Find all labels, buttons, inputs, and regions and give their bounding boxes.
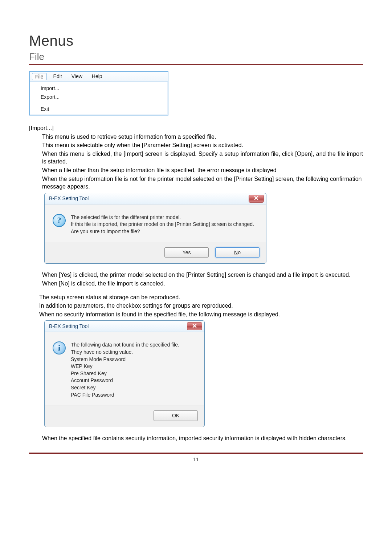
page-title: Menus [29,33,363,49]
ok-button[interactable]: OK [154,410,198,421]
close-button[interactable] [249,195,264,203]
after-info-1: When the specified file contains securit… [42,434,363,442]
close-icon [192,323,197,330]
menubar-screenshot: File Edit View Help Import... Export... … [29,71,168,116]
import-heading: [Import...] [29,124,363,132]
import-desc-2: This menu is selectable only when the [P… [42,141,363,149]
footer-divider [29,453,363,454]
info-icon: i [53,341,66,355]
mid-text-2: In addition to parameters, the checkbox … [39,302,363,310]
page-number: 11 [29,457,363,462]
info-line-4: WEP Key [71,363,179,370]
menu-exit[interactable]: Exit [30,105,168,113]
import-desc-4: When a file other than the setup informa… [42,166,363,174]
file-dropdown: Import... Export... Exit [30,82,168,115]
dialog2-titlebar: B-EX Setting Tool [45,321,204,332]
after-confirm-1: When [Yes] is clicked, the printer model… [42,271,363,279]
info-line-5: Pre Shared Key [71,370,179,377]
menu-separator [33,103,164,103]
menu-help[interactable]: Help [89,73,105,80]
close-icon [254,195,258,202]
dialog-line-1: The selected file is for the different p… [71,214,254,221]
dialog-line-2: If this file is imported, the printer mo… [71,221,254,228]
info-line-1: The following data not found in the spec… [71,341,179,349]
info-line-6: Account Password [71,377,179,384]
mid-text-1: The setup screen status at storage can b… [39,293,363,301]
confirm-dialog: B-EX Setting Tool ? The selected file is… [44,193,266,264]
info-dialog: B-EX Setting Tool i The following data n… [44,320,205,427]
mid-text-3: When no security information is found in… [39,311,363,319]
dialog-message: The selected file is for the different p… [71,214,254,235]
info-line-3: System Mode Password [71,356,179,363]
menu-export[interactable]: Export... [30,93,168,101]
close-button-2[interactable] [187,322,202,330]
section-title: File [29,51,363,62]
menu-file[interactable]: File [32,73,47,80]
import-desc-1: This menu is used to retrieve setup info… [42,133,363,141]
section-divider [29,64,363,65]
menu-import[interactable]: Import... [30,84,168,93]
info-line-7: Secret Key [71,384,179,392]
info-line-2: They have no setting value. [71,349,179,356]
yes-button[interactable]: Yes [164,247,209,258]
menu-view[interactable]: View [69,73,85,80]
dialog-line-3: Are you sure to import the file? [71,228,254,235]
import-desc-3: When this menu is clicked, the [Import] … [42,150,363,166]
question-icon: ? [53,214,66,227]
info-line-8: PAC File Password [71,392,179,399]
dialog2-title: B-EX Setting Tool [49,323,89,330]
dialog-titlebar: B-EX Setting Tool [45,193,266,204]
menu-edit[interactable]: Edit [50,73,65,80]
no-button[interactable]: No [215,247,260,258]
import-desc-5: When the setup information file is not f… [42,175,363,191]
dialog-title: B-EX Setting Tool [49,195,89,202]
dialog2-message: The following data not found in the spec… [71,341,179,398]
menubar: File Edit View Help [30,72,168,82]
after-confirm-2: When [No] is clicked, the file import is… [42,280,363,288]
